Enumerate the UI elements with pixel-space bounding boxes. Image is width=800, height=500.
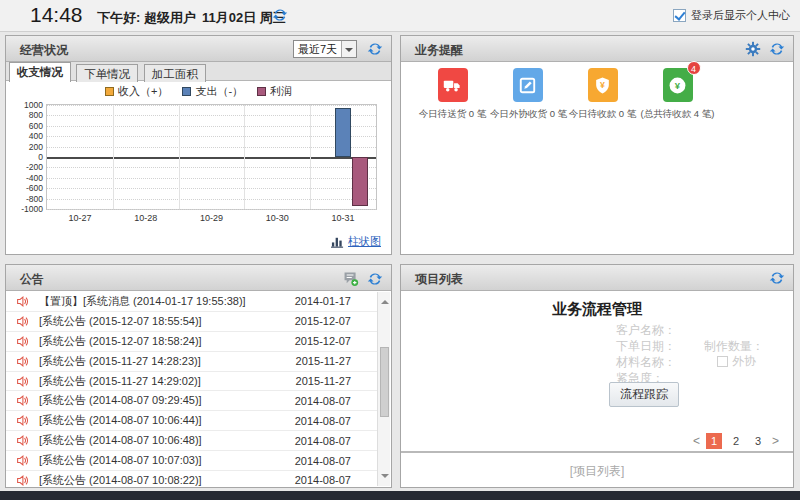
reminder-delivery: 今日待送货 0 笔 <box>415 68 490 121</box>
h-gridline <box>47 199 376 200</box>
v-gridline <box>113 105 114 209</box>
announcement-date: 2014-08-07 <box>295 395 351 407</box>
material-name-label: 材料名称： <box>616 354 676 371</box>
scroll-down-icon[interactable] <box>381 474 389 482</box>
speaker-icon <box>16 295 29 308</box>
project-list-header: 项目列表 <box>401 265 793 291</box>
circle-yen-icon: ¥ <box>668 76 687 95</box>
y-tick-label: 800 <box>11 110 43 120</box>
y-tick-label: -200 <box>11 162 43 172</box>
announcement-date: 2014-01-17 <box>295 295 351 307</box>
refresh-icon[interactable] <box>769 270 785 286</box>
y-tick-label: -800 <box>11 194 43 204</box>
speaker-icon <box>16 434 29 447</box>
delivery-tile[interactable] <box>438 68 468 102</box>
process-track-button[interactable]: 流程跟踪 <box>609 382 679 407</box>
page-2[interactable]: 2 <box>728 433 744 449</box>
y-tick-label: 600 <box>11 121 43 131</box>
announcement-date: 2014-08-07 <box>295 435 351 447</box>
edit-icon <box>518 76 537 95</box>
chart-type-link[interactable]: 柱状图 <box>348 234 381 249</box>
tab-income-expense[interactable]: 收支情况 <box>9 62 71 82</box>
x-tick-label: 10-29 <box>179 213 245 223</box>
y-tick-label: -1000 <box>11 204 43 214</box>
x-tick-label: 10-30 <box>244 213 310 223</box>
prev-page-arrow[interactable]: < <box>693 434 700 448</box>
speaker-icon <box>16 474 29 486</box>
announcement-row[interactable]: [系统公告 (2015-11-27 14:29:02)]2015-11-27 <box>6 372 377 392</box>
panel-title: 业务提醒 <box>415 42 463 59</box>
refresh-icon[interactable] <box>367 271 383 287</box>
x-tick-label: 10-31 <box>310 213 376 223</box>
announcement-row[interactable]: [系统公告 (2014-08-07 10:08:22)]2014-08-07 <box>6 471 377 486</box>
receivable-total-tile[interactable]: ¥ 4 <box>663 68 693 102</box>
chart-tabs: 收支情况 下单情况 加工面积 <box>6 62 391 81</box>
refresh-icon[interactable] <box>272 7 288 23</box>
announcement-row[interactable]: [系统公告 (2014-08-07 10:06:44)]2014-08-07 <box>6 411 377 431</box>
announcement-row[interactable]: [系统公告 (2014-08-07 09:29:45)]2014-08-07 <box>6 391 377 411</box>
h-gridline <box>47 136 376 137</box>
reminder-tiles: 今日待送货 0 笔 今日外协收货 0 笔 ¥ 今日待收款 0 笔 <box>415 68 715 121</box>
announcement-text: [系统公告 (2014-08-07 09:29:45)] <box>39 393 295 408</box>
legend-label: 支出（-） <box>195 85 243 97</box>
scrollbar[interactable] <box>377 292 390 486</box>
bottom-strip <box>0 491 800 500</box>
announcement-row[interactable]: [系统公告 (2014-08-07 10:07:03)]2014-08-07 <box>6 451 377 471</box>
scroll-up-icon[interactable] <box>381 296 389 304</box>
announcement-list: 【置顶】[系统消息 (2014-01-17 19:55:38)]2014-01-… <box>6 292 377 486</box>
legend-item: 支出（-） <box>182 85 243 97</box>
panel-title: 经营状况 <box>20 42 68 59</box>
announcement-date: 2014-08-07 <box>295 455 351 467</box>
reminders-header: 业务提醒 <box>401 36 793 62</box>
reminder-label: 今日外协收货 0 笔 <box>490 108 565 121</box>
announcement-date: 2015-11-27 <box>296 355 351 367</box>
legend-swatch <box>105 87 114 96</box>
scrollbar-thumb[interactable] <box>380 347 389 417</box>
receivable-today-tile[interactable]: ¥ <box>588 68 618 102</box>
announcement-row[interactable]: [系统公告 (2015-12-07 18:58:24)]2015-12-07 <box>6 332 377 352</box>
legend-item: 利润 <box>257 85 292 97</box>
y-tick-label: 1000 <box>11 100 43 110</box>
outsource-checkbox[interactable] <box>717 356 728 367</box>
speaker-icon <box>16 335 29 348</box>
outsource-option: 外协 <box>717 353 756 370</box>
announcement-text: 【置顶】[系统消息 (2014-01-17 19:55:38)] <box>39 294 295 309</box>
personal-center-checkbox[interactable] <box>673 9 686 22</box>
page-1[interactable]: 1 <box>706 433 722 449</box>
tab-orders[interactable]: 下单情况 <box>76 64 138 82</box>
x-tick-label: 10-27 <box>47 213 113 223</box>
refresh-icon[interactable] <box>367 41 383 57</box>
announcement-row[interactable]: 【置顶】[系统消息 (2014-01-17 19:55:38)]2014-01-… <box>6 292 377 312</box>
shield-yen-icon: ¥ <box>593 76 612 95</box>
project-list-panel: 项目列表 业务流程管理 客户名称： 下单日期： 制作数量： 材料名称： 紧急度：… <box>400 264 794 488</box>
pagination: < 1 2 3 > <box>693 433 779 449</box>
announcement-row[interactable]: [系统公告 (2015-11-27 14:28:23)]2015-11-27 <box>6 352 377 372</box>
clock: 14:48 <box>30 3 83 27</box>
announcement-text: [系统公告 (2014-08-07 10:06:44)] <box>39 413 295 428</box>
panel-title: 项目列表 <box>415 271 463 288</box>
page-3[interactable]: 3 <box>750 433 766 449</box>
reminder-label: 今日待收款 0 笔 <box>565 108 640 121</box>
next-page-arrow[interactable]: > <box>772 434 779 448</box>
announcement-date: 2014-08-07 <box>295 474 351 486</box>
add-announcement-icon[interactable] <box>342 270 359 287</box>
gear-icon[interactable] <box>745 41 761 57</box>
date-range-select[interactable]: 最近7天 <box>293 40 357 58</box>
h-gridline <box>47 147 376 148</box>
business-status-header: 经营状况 最近7天 <box>6 36 391 62</box>
announcement-text: [系统公告 (2015-12-07 18:58:24)] <box>39 334 295 349</box>
tab-processing-area[interactable]: 加工面积 <box>144 64 206 82</box>
x-axis-line <box>47 157 376 159</box>
y-tick-label: 400 <box>11 131 43 141</box>
svg-text:¥: ¥ <box>600 80 605 90</box>
chart-type-switch[interactable]: 柱状图 <box>331 234 381 249</box>
outsource-receive-tile[interactable] <box>513 68 543 102</box>
speaker-icon <box>16 394 29 407</box>
announcement-text: [系统公告 (2014-08-07 10:06:48)] <box>39 433 295 448</box>
project-list-placeholder: [项目列表] <box>401 463 793 480</box>
refresh-icon[interactable] <box>769 41 785 57</box>
y-tick-label: 0 <box>11 152 43 162</box>
announcement-row[interactable]: [系统公告 (2014-08-07 10:06:48)]2014-08-07 <box>6 431 377 451</box>
announcement-row[interactable]: [系统公告 (2015-12-07 18:55:54)]2015-12-07 <box>6 312 377 332</box>
notification-badge: 4 <box>687 61 701 75</box>
